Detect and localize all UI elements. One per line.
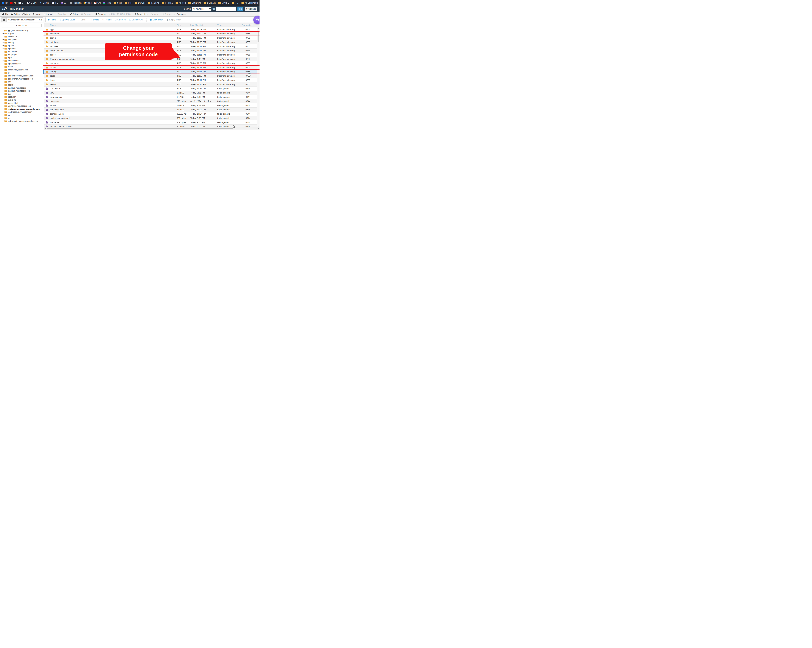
toolbar-button-move[interactable]: Move bbox=[31, 12, 42, 17]
scroll-up-icon[interactable]: ▲ bbox=[257, 28, 259, 29]
bookmark-item-personal[interactable]: Personal bbox=[162, 2, 173, 4]
table-row-database[interactable]: database4 KBToday, 11:08 PMhttpd/unix-di… bbox=[44, 40, 257, 44]
nav-button-home[interactable]: Home bbox=[47, 18, 56, 21]
table-row-htaccess[interactable]: .htaccess278 bytesApr 3, 2024, 10:11 PMt… bbox=[44, 99, 257, 104]
table-row-app[interactable]: app4 KBToday, 11:08 PMhttpd/unix-directo… bbox=[44, 27, 257, 32]
tree-item-public-ftp[interactable]: +public_ftp bbox=[2, 99, 43, 102]
tree-item-cl-selector[interactable]: .cl.selector bbox=[2, 35, 43, 38]
tree-item-home-meyaddzh[interactable]: -(/home/meyaddzh) bbox=[2, 29, 43, 32]
toolbar-button-permissions[interactable]: Permissions bbox=[133, 12, 150, 17]
tree-item-softaculous[interactable]: +.softaculous bbox=[2, 59, 43, 63]
search-input[interactable] bbox=[216, 7, 236, 11]
bookmark-item-fb[interactable]: fFB bbox=[2, 2, 8, 4]
table-row-storage[interactable]: storage4 KBToday, 11:11 PMhttpd/unix-dir… bbox=[44, 70, 257, 74]
bookmark-item-c-gpt[interactable]: ✱C-GPT bbox=[27, 2, 37, 4]
tree-expander[interactable]: + bbox=[2, 108, 4, 110]
nav-button-reload[interactable]: ↻Reload bbox=[102, 18, 111, 21]
column-header-permissions[interactable]: Permissions bbox=[242, 24, 257, 26]
tree-expander[interactable]: + bbox=[2, 47, 4, 50]
tree-expander[interactable]: + bbox=[2, 41, 4, 44]
table-row-node-modules[interactable]: node_modules4 KBToday, 11:11 PMhttpd/uni… bbox=[44, 49, 257, 53]
bookmark-item-devops[interactable]: DevOps bbox=[135, 2, 145, 4]
tree-expander[interactable]: + bbox=[2, 38, 4, 41]
collapse-all-button[interactable]: Collapse All bbox=[2, 24, 41, 27]
settings-button[interactable]: ⚙ Settings bbox=[244, 7, 257, 11]
tree-item-laundrymart-meyacoder-com[interactable]: +laundrymart.meyacoder.com bbox=[2, 78, 43, 81]
table-row-env[interactable]: .env1.22 KBToday, 9:35 PMtext/x-generic0… bbox=[44, 91, 257, 95]
table-row-composer-json[interactable]: composer.json2.59 KBToday, 10:00 PMtext/… bbox=[44, 108, 257, 112]
tree-expander[interactable]: + bbox=[2, 44, 4, 47]
bookmark-item-figma[interactable]: Figma bbox=[103, 2, 111, 4]
column-header-size[interactable]: Size bbox=[177, 24, 190, 26]
search-scope-select[interactable]: All Your Files bbox=[192, 7, 211, 11]
tree-expander[interactable]: + bbox=[2, 78, 4, 80]
path-home-button[interactable] bbox=[2, 18, 7, 22]
bookmark-item-t-b[interactable]: TT-B bbox=[52, 2, 58, 4]
toolbar-button-delete[interactable]: Delete bbox=[69, 12, 80, 17]
path-input[interactable] bbox=[7, 18, 38, 22]
tree-item-spamassassin[interactable]: .spamassassin bbox=[2, 63, 43, 66]
tree-expander[interactable]: + bbox=[2, 114, 4, 116]
tree-item-tmp[interactable]: +tmp bbox=[2, 117, 43, 120]
bookmark-item-gt[interactable]: GGT bbox=[18, 2, 25, 4]
tree-item-readyecommerce-meyacoder-com[interactable]: +readyecommerce.meyacoder.com bbox=[2, 107, 43, 111]
tree-item-maditam-meyacoder[interactable]: +maditam.meyacoder bbox=[2, 86, 43, 90]
tree-item-htpasswds[interactable]: .htpasswds bbox=[2, 50, 43, 53]
table-row-modules[interactable]: Modules4 KBToday, 11:11 PMhttpd/unix-dir… bbox=[44, 44, 257, 49]
nav-button-back[interactable]: ←Back bbox=[78, 18, 85, 21]
tree-expander[interactable]: + bbox=[2, 90, 4, 92]
tree-item-npm[interactable]: +.npm bbox=[2, 56, 43, 59]
toolbar-button-upload[interactable]: Upload bbox=[42, 12, 54, 17]
search-go-button[interactable]: Go bbox=[237, 7, 243, 11]
tree-item-cphorde[interactable]: +.cphorde bbox=[2, 47, 43, 50]
bookmark-item-learning[interactable]: Learning bbox=[148, 2, 159, 4]
scroll-left-icon[interactable]: ◀ bbox=[44, 127, 47, 130]
vertical-scroll-thumb[interactable] bbox=[258, 31, 259, 42]
tree-expander[interactable]: + bbox=[2, 117, 4, 119]
tree-expander[interactable]: + bbox=[2, 93, 4, 95]
tree-item-lscache[interactable]: lscache bbox=[2, 84, 43, 87]
scroll-down-icon[interactable]: ▼ bbox=[257, 125, 259, 127]
table-row-public[interactable]: public4 KBToday, 11:11 PMhttpd/unix-dire… bbox=[44, 53, 257, 57]
tree-expander[interactable]: + bbox=[2, 105, 4, 107]
nav-button-forward[interactable]: →Forward bbox=[89, 18, 99, 21]
tree-expander[interactable]: + bbox=[2, 69, 4, 71]
tree-expander[interactable]: + bbox=[2, 87, 4, 89]
table-row-artisan[interactable]: artisan1.65 KBToday, 8:59 PMtext/x-gener… bbox=[44, 104, 257, 108]
table-row-env-example[interactable]: .env.example1.17 KBToday, 9:00 PMtext/x-… bbox=[44, 95, 257, 99]
bookmark-item-gm[interactable]: MGM bbox=[94, 2, 101, 4]
tree-expander[interactable]: + bbox=[2, 111, 4, 113]
bookmark-item-bgimage[interactable]: BGImage bbox=[204, 2, 216, 4]
bookmark-item-php[interactable]: PHP bbox=[125, 2, 132, 4]
tree-item-trash[interactable]: .trash bbox=[2, 65, 43, 68]
tree-item-readypoos-meyacoder-com[interactable]: +readypoos.meyacoder.com bbox=[2, 111, 43, 114]
tree-item-public-html[interactable]: public_html bbox=[2, 101, 43, 105]
bookmark-item-yt[interactable]: ▶YT bbox=[10, 2, 16, 4]
table-row-bootstrap[interactable]: bootstrap4 KBToday, 11:08 PMhttpd/unix-d… bbox=[44, 32, 257, 36]
table-row-composer-lock[interactable]: composer.lock383.98 KBToday, 10:04 PMtex… bbox=[44, 112, 257, 116]
toolbar-button-folder[interactable]: Folder bbox=[10, 12, 21, 17]
bookmark-item-translate[interactable]: TTranslate bbox=[70, 2, 82, 4]
column-header-type[interactable]: Type bbox=[217, 24, 242, 26]
table-row-tests[interactable]: tests4 KBToday, 11:11 PMhttpd/unix-direc… bbox=[44, 78, 257, 82]
tree-expander[interactable]: + bbox=[2, 32, 4, 35]
tree-expander[interactable]: + bbox=[2, 59, 4, 62]
tree-expander[interactable]: + bbox=[2, 96, 4, 98]
toolbar-button-compress[interactable]: Compress bbox=[172, 12, 188, 17]
tree-item-laundryboss-meyacoder-com[interactable]: +laundryboss.meyacoder.com bbox=[2, 74, 43, 78]
nav-button-unselect-all[interactable]: ☐Unselect All bbox=[129, 18, 143, 21]
tree-expander[interactable]: + bbox=[2, 99, 4, 101]
bookmark-item-bing[interactable]: bBing bbox=[84, 2, 92, 4]
table-row-docker-compose-yml[interactable]: docker-compose.yml551 bytesToday, 9:00 P… bbox=[44, 116, 257, 120]
bookmark-item-wr[interactable]: WWR bbox=[61, 2, 67, 4]
toolbar-button-copy[interactable]: Copy bbox=[21, 12, 31, 17]
tree-item-logs[interactable]: logs bbox=[2, 80, 43, 84]
bookmark-item-sheet[interactable]: Sheet bbox=[232, 2, 235, 4]
tree-item-cagefs[interactable]: +.cagefs bbox=[2, 32, 43, 35]
tree-expander[interactable]: + bbox=[2, 56, 4, 59]
tree-item-alicom-meyacoder-com[interactable]: +alicom.meyacoder.com bbox=[2, 68, 43, 72]
tree-item-config[interactable]: +.config bbox=[2, 41, 43, 44]
tree-expander[interactable]: + bbox=[2, 75, 4, 77]
tree-item-maditam-meyacoder-com[interactable]: +maditam.meyacoder.com bbox=[2, 90, 43, 93]
nav-button-empty-trash[interactable]: Empty Trash bbox=[166, 18, 181, 21]
